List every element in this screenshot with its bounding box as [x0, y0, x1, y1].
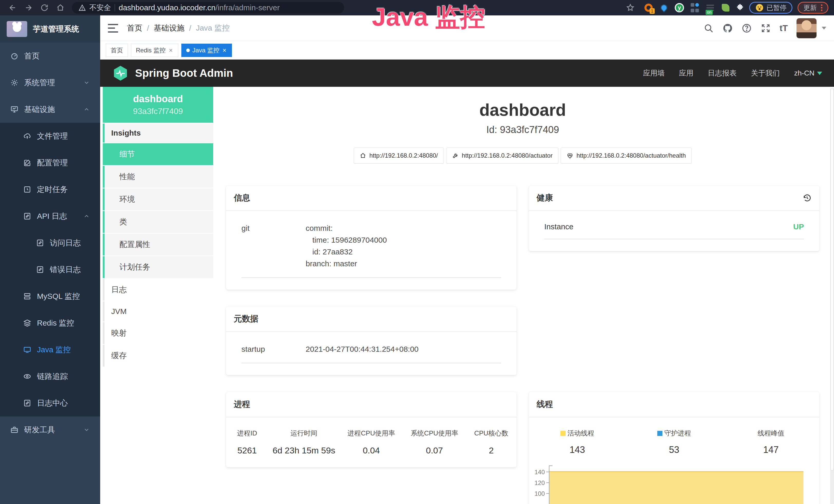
- sba-nav-journal[interactable]: 日志报表: [708, 68, 737, 78]
- browser-update-button[interactable]: 更新: [797, 2, 828, 14]
- sba-menu-logs[interactable]: 日志: [103, 279, 213, 301]
- sba-menu-metrics[interactable]: 性能: [103, 166, 213, 188]
- fullscreen-icon[interactable]: [761, 23, 771, 33]
- extension-leaf-icon[interactable]: [721, 3, 731, 13]
- extensions-puzzle-icon[interactable]: [736, 4, 744, 12]
- sba-menu-environment[interactable]: 环境: [103, 188, 213, 210]
- sba-nav-applications[interactable]: 应用: [679, 68, 694, 78]
- sba-menu-config-props[interactable]: 配置属性: [103, 234, 213, 255]
- extension-badge: 1: [650, 8, 655, 14]
- dashboard-icon: [10, 52, 19, 60]
- tab-home[interactable]: 首页: [106, 44, 128, 57]
- metadata-row-label: startup: [241, 343, 306, 355]
- sba-nav-wallboard[interactable]: 应用墙: [643, 68, 665, 78]
- sidebar-item-home[interactable]: 首页: [0, 43, 100, 69]
- health-history-icon[interactable]: [803, 193, 812, 203]
- sba-menu-classes[interactable]: 类: [103, 211, 213, 233]
- tab-redis-monitor[interactable]: Redis 监控: [131, 44, 178, 57]
- sidebar-item-redis-monitor[interactable]: Redis 监控: [0, 310, 100, 336]
- sidebar-item-log-center[interactable]: 日志中心: [0, 390, 100, 416]
- user-avatar[interactable]: [796, 18, 816, 38]
- help-icon[interactable]: [742, 23, 752, 33]
- threads-stats: 活动线程 143 守护进程 53 线程峰值 14: [529, 429, 819, 455]
- close-icon[interactable]: [222, 48, 227, 53]
- sba-menu-caches[interactable]: 缓存: [103, 345, 213, 367]
- info-card: 信息 git commit: time: 1596289704000 id: 2…: [226, 186, 517, 290]
- health-card-title: 健康: [536, 192, 553, 204]
- github-icon[interactable]: [723, 23, 733, 33]
- health-card: 健康 Instance UP: [529, 186, 819, 251]
- actuator-url-button[interactable]: http://192.168.0.2:48080/actuator: [446, 147, 559, 164]
- browser-home-icon[interactable]: [56, 3, 65, 12]
- service-url-button[interactable]: http://192.168.0.2:48080/: [354, 147, 444, 164]
- sidebar-item-error-log[interactable]: 错误日志: [0, 256, 100, 283]
- infrastructure-submenu: 文件管理 配置管理 定时任务 API 日志: [0, 123, 100, 416]
- tags-view-bar: 首页 Redis 监控 Java 监控: [100, 41, 834, 60]
- info-row-value: commit: time: 1596289704000 id: 27aa832 …: [306, 222, 387, 270]
- scrollbar-track[interactable]: [830, 88, 834, 504]
- address-bar[interactable]: 不安全 dashboard.yudao.iocoder.cn/infra/adm…: [72, 2, 344, 14]
- browser-back-icon[interactable]: [8, 3, 17, 12]
- close-icon[interactable]: [168, 48, 173, 53]
- sba-menu-details[interactable]: 细节: [103, 143, 213, 165]
- profile-paused-chip[interactable]: 已暂停: [749, 2, 792, 14]
- metadata-card: 元数据 startup 2021-04-27T00:44:31.254+08:0…: [226, 306, 517, 375]
- sidebar-item-mysql-monitor[interactable]: MySQL 监控: [0, 283, 100, 310]
- search-icon[interactable]: [704, 23, 714, 33]
- process-card-title: 进程: [226, 392, 517, 417]
- process-val-sys-cpu: 0.07: [403, 445, 466, 456]
- sidebar-item-file-management[interactable]: 文件管理: [0, 123, 100, 150]
- header-actions: tT: [704, 18, 826, 38]
- threads-live-stat: 活动线程 143: [529, 429, 626, 455]
- active-tab-dot: [186, 48, 190, 52]
- sidebar-item-tracing[interactable]: 链路追踪: [0, 363, 100, 390]
- sidebar-item-scheduled-jobs[interactable]: 定时任务: [0, 176, 100, 203]
- browser-forward-icon[interactable]: [24, 3, 33, 12]
- breadcrumb: 首页 / 基础设施 / Java 监控: [127, 23, 229, 33]
- user-menu-caret-icon[interactable]: [822, 27, 826, 29]
- extension-ring-icon[interactable]: 1: [643, 3, 654, 13]
- endpoint-buttons: http://192.168.0.2:48080/ http://192.168…: [226, 147, 819, 164]
- extension-list-icon[interactable]: on: [705, 3, 715, 13]
- sidebar-item-java-monitor[interactable]: Java 监控: [0, 336, 100, 363]
- extension-y-icon[interactable]: y: [674, 3, 684, 13]
- font-size-icon[interactable]: tT: [780, 23, 788, 33]
- health-row-label: Instance: [544, 222, 573, 231]
- page-url[interactable]: dashboard.yudao.iocoder.cn/infra/admin-s…: [119, 3, 280, 12]
- chart-y-axis: 140 120 100: [529, 465, 549, 504]
- sidebar-item-config-management[interactable]: 配置管理: [0, 150, 100, 176]
- browser-reload-icon[interactable]: [40, 3, 49, 12]
- locale-caret-icon: [817, 72, 822, 75]
- sidebar-item-api-log[interactable]: API 日志: [0, 203, 100, 230]
- sidebar-item-infrastructure[interactable]: 基础设施: [0, 96, 100, 123]
- health-url-button[interactable]: http://192.168.0.2:48080/actuator/health: [561, 147, 692, 164]
- sba-nav-about[interactable]: 关于我们: [751, 68, 780, 78]
- browser-menu-dots-icon[interactable]: [821, 4, 822, 11]
- breadcrumb-infrastructure[interactable]: 基础设施: [154, 23, 184, 33]
- sba-locale-select[interactable]: zh-CN: [794, 69, 822, 77]
- app-logo: [7, 21, 27, 37]
- sidebar-item-dev-tools[interactable]: 研发工具: [0, 416, 100, 443]
- briefcase-icon: [10, 426, 19, 434]
- sba-menu-scheduled-tasks[interactable]: 计划任务: [103, 256, 213, 278]
- tab-java-monitor[interactable]: Java 监控: [181, 44, 232, 57]
- instance-id: 93a3fc7f7409: [105, 107, 211, 116]
- sidebar-item-system[interactable]: 系统管理: [0, 69, 100, 96]
- breadcrumb-home[interactable]: 首页: [127, 23, 142, 33]
- sidebar-toggle-icon[interactable]: [108, 24, 118, 32]
- gear-icon: [10, 78, 19, 87]
- sba-menu-jvm[interactable]: JVM: [103, 301, 213, 321]
- instance-name: dashboard: [105, 93, 211, 105]
- profile-avatar-emoji: [755, 3, 764, 12]
- extension-pin-icon[interactable]: [659, 3, 669, 13]
- breadcrumb-current: Java 监控: [196, 23, 230, 33]
- app-logo-row[interactable]: 芋道管理系统: [0, 16, 100, 43]
- sba-menu-mappings[interactable]: 映射: [103, 322, 213, 344]
- screen-icon: [23, 346, 31, 354]
- scrollbar-thumb[interactable]: [830, 88, 834, 471]
- security-warning-icon[interactable]: [79, 4, 86, 11]
- extension-grid-icon[interactable]: [690, 3, 700, 13]
- bookmark-star-icon[interactable]: [626, 3, 635, 12]
- address-separator: [114, 4, 115, 11]
- sidebar-item-access-log[interactable]: 访问日志: [0, 230, 100, 256]
